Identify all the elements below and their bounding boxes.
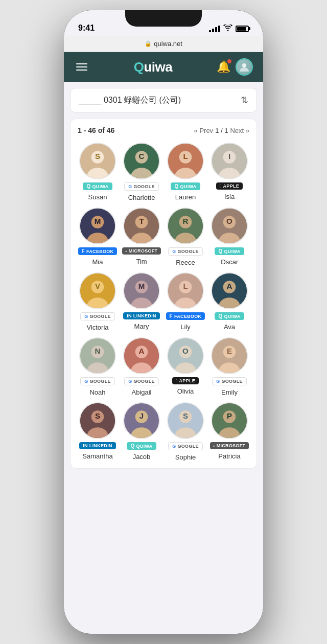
page-info: 1 / 1 — [215, 127, 228, 134]
user-card[interactable]: J QQUIWA Jacob — [122, 402, 161, 461]
user-card[interactable]: S inLINKEDIN Samantha — [78, 402, 118, 461]
provider-badge-facebook: fFACEBOOK — [166, 312, 205, 320]
svg-text:J: J — [139, 411, 144, 420]
svg-text:S: S — [95, 411, 100, 420]
user-avatar: M — [79, 208, 116, 244]
app-header: Quiwa 🔔 — [64, 52, 263, 82]
logo-text: uiwa — [144, 59, 172, 75]
user-avatar: R — [167, 208, 204, 244]
user-avatar: C — [123, 143, 160, 179]
user-name: Tim — [136, 258, 147, 265]
user-name: Lily — [180, 323, 191, 331]
user-card[interactable]: L fFACEBOOK Lily — [166, 272, 205, 331]
url-text: quiwa.net — [154, 40, 182, 48]
provider-badge-apple: APPLE — [216, 182, 243, 190]
user-name: Ava — [224, 323, 235, 331]
user-card[interactable]: V GGOOGLE Victoria — [78, 272, 118, 331]
user-name: Mia — [92, 258, 103, 266]
user-avatar: S — [79, 402, 116, 439]
svg-text:S: S — [183, 411, 188, 420]
user-avatar: T — [123, 208, 160, 244]
user-card[interactable]: M inLINKEDIN Mary — [122, 272, 161, 331]
next-button[interactable]: Next » — [230, 127, 249, 134]
user-card[interactable]: R GGOOGLE Reece — [166, 208, 205, 266]
lock-icon: 🔒 — [145, 40, 152, 47]
user-name: Emily — [221, 388, 238, 396]
provider-badge-microsoft: ▪MICROSOFT — [210, 442, 249, 449]
provider-badge-linkedin: inLINKEDIN — [123, 312, 160, 319]
notification-dot — [227, 59, 232, 64]
svg-text:A: A — [227, 282, 232, 290]
provider-badge-google: GGOOGLE — [124, 182, 159, 191]
svg-point-0 — [242, 63, 246, 67]
svg-text:L: L — [183, 282, 188, 290]
user-name: Patricia — [218, 452, 240, 460]
user-avatar: P — [211, 402, 248, 439]
hamburger-line-3 — [76, 70, 87, 71]
user-name: Noah — [89, 388, 105, 396]
app-logo: Quiwa — [134, 59, 173, 75]
user-avatar: I — [211, 143, 248, 179]
user-name: Abigail — [131, 388, 151, 396]
battery-icon — [236, 26, 249, 32]
status-icons — [209, 25, 249, 33]
user-card[interactable]: M fFACEBOOK Mia — [78, 208, 118, 266]
user-name: Charlotte — [128, 194, 155, 201]
provider-badge-google: GGOOGLE — [212, 377, 247, 385]
user-name: Lauren — [175, 193, 196, 201]
signal-icon — [209, 26, 220, 32]
svg-text:P: P — [227, 411, 232, 420]
user-name: Oscar — [221, 258, 239, 266]
user-card[interactable]: A GGOOGLE Abigail — [122, 337, 161, 396]
user-avatar: S — [79, 143, 116, 179]
user-card[interactable]: E GGOOGLE Emily — [209, 337, 249, 396]
user-name: Jacob — [133, 453, 151, 461]
user-card[interactable]: T ▪MICROSOFT Tim — [122, 208, 161, 266]
provider-badge-google: GGOOGLE — [168, 247, 203, 256]
user-avatar: L — [167, 272, 204, 309]
selector-text: _____ 0301 蜉蝣公司 (公司) — [79, 95, 181, 106]
user-card[interactable]: A QQUIWA Ava — [209, 272, 249, 331]
user-avatar: S — [167, 402, 204, 439]
user-card[interactable]: I APPLE Isla — [209, 143, 249, 201]
hamburger-line-1 — [76, 63, 87, 64]
menu-button[interactable] — [74, 61, 89, 73]
svg-text:R: R — [183, 217, 189, 225]
svg-text:E: E — [227, 347, 232, 355]
user-card[interactable]: S QQUIWA Susan — [78, 143, 118, 201]
pagination-count: 1 - 46 of 46 — [78, 126, 114, 134]
user-card[interactable]: O APPLE Olivia — [166, 337, 205, 396]
user-card[interactable]: S GGOOGLE Sophie — [166, 402, 205, 461]
user-avatar: O — [167, 337, 204, 374]
prev-button[interactable]: « Prev — [194, 127, 214, 134]
svg-text:C: C — [139, 152, 145, 160]
user-name: Susan — [88, 193, 107, 201]
provider-badge-quiwa: QQUIWA — [215, 312, 244, 320]
pagination-nav: « Prev 1 / 1 Next » — [194, 127, 249, 134]
user-avatar-placeholder — [237, 59, 252, 75]
notification-button[interactable]: 🔔 — [217, 60, 230, 74]
provider-badge-apple: APPLE — [172, 377, 199, 384]
user-card[interactable]: O QQUIWA Oscar — [209, 208, 249, 266]
svg-text:I: I — [228, 152, 230, 160]
svg-text:V: V — [95, 282, 100, 290]
user-card[interactable]: P ▪MICROSOFT Patricia — [209, 402, 249, 461]
provider-badge-quiwa: QQUIWA — [127, 442, 156, 450]
svg-text:N: N — [95, 347, 101, 355]
user-name: Mary — [134, 323, 149, 330]
user-card[interactable]: L QQUIWA Lauren — [166, 143, 205, 201]
user-avatar-button[interactable] — [236, 58, 253, 76]
provider-badge-quiwa: QQUIWA — [215, 247, 244, 255]
hamburger-line-2 — [76, 66, 87, 67]
main-content[interactable]: _____ 0301 蜉蝣公司 (公司) ⇅ 1 - 46 of 46 « Pr… — [64, 82, 263, 634]
provider-badge-google: GGOOGLE — [80, 377, 115, 385]
provider-badge-quiwa: QQUIWA — [83, 182, 112, 190]
company-selector[interactable]: _____ 0301 蜉蝣公司 (公司) ⇅ — [70, 88, 257, 112]
svg-text:T: T — [139, 217, 144, 225]
svg-text:M: M — [95, 217, 101, 225]
user-card[interactable]: C GGOOGLE Charlotte — [122, 143, 161, 201]
user-name: Reece — [176, 259, 195, 266]
provider-badge-google: GGOOGLE — [80, 312, 115, 320]
browser-url: 🔒 quiwa.net — [145, 40, 182, 48]
user-card[interactable]: N GGOOGLE Noah — [78, 337, 118, 396]
